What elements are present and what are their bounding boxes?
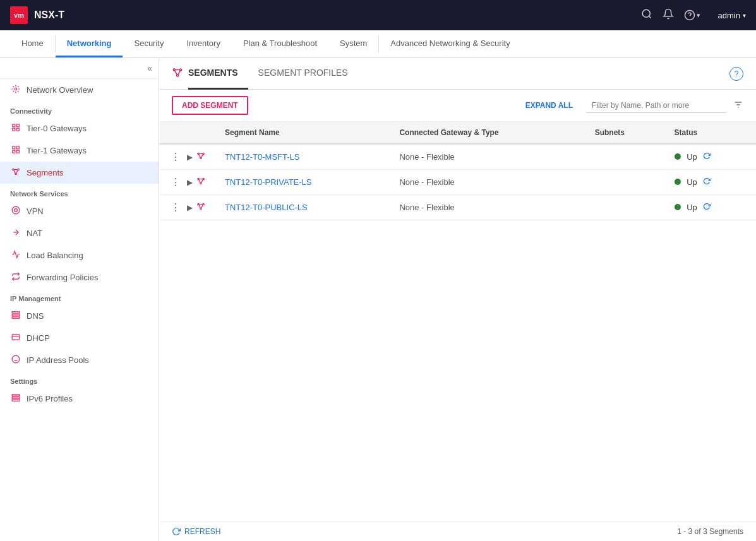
sidebar-item-ipv6-profiles[interactable]: IPv6 Profiles bbox=[0, 388, 159, 410]
tab-segments[interactable]: SEGMENTS bbox=[188, 58, 248, 90]
network-overview-icon bbox=[10, 85, 21, 95]
row-status-1: Up bbox=[666, 170, 756, 195]
sidebar: « Network Overview Connectivity Tier-0 G… bbox=[0, 58, 159, 541]
sidebar-item-network-overview[interactable]: Network Overview bbox=[0, 79, 159, 101]
row-status-0: Up bbox=[666, 144, 756, 170]
segment-link-1[interactable]: TNT12-T0-PRIVATE-LS bbox=[225, 177, 311, 187]
expand-all-button[interactable]: EXPAND ALL bbox=[525, 101, 573, 110]
nav-tab-home[interactable]: Home bbox=[10, 30, 55, 57]
svg-line-37 bbox=[175, 70, 177, 74]
svg-rect-31 bbox=[12, 397, 20, 398]
filter-lines-icon[interactable] bbox=[733, 100, 743, 112]
sidebar-item-dns[interactable]: DNS bbox=[0, 305, 159, 327]
network-services-section-header: Network Services bbox=[0, 184, 159, 200]
svg-rect-22 bbox=[12, 312, 20, 313]
ip-address-pools-icon bbox=[10, 355, 21, 366]
svg-line-38 bbox=[178, 70, 181, 74]
pagination-info: 1 - 3 of 3 Segments bbox=[677, 527, 743, 536]
nav-tab-advanced[interactable]: Advanced Networking & Security bbox=[379, 30, 521, 57]
col-connected-gateway: Connected Gateway & Type bbox=[390, 122, 585, 144]
row-segment-name-0: TNT12-T0-MSFT-LS bbox=[216, 144, 390, 170]
tier1-icon bbox=[10, 145, 21, 156]
username: admin bbox=[718, 11, 740, 20]
refresh-row-icon-1[interactable] bbox=[703, 177, 711, 187]
user-menu[interactable]: admin ▾ bbox=[718, 11, 746, 20]
tab-segment-profiles[interactable]: SEGMENT PROFILES bbox=[258, 58, 358, 90]
svg-line-18 bbox=[16, 170, 18, 173]
row-actions-0: ⋮ ▶ bbox=[159, 144, 216, 170]
table-header-row: Segment Name Connected Gateway & Type Su… bbox=[159, 122, 756, 144]
filter-input[interactable] bbox=[587, 98, 726, 113]
nav-tab-plan-troubleshoot[interactable]: Plan & Troubleshoot bbox=[232, 30, 328, 57]
row-menu-dots-1[interactable]: ⋮ bbox=[168, 176, 183, 188]
dns-icon bbox=[10, 311, 21, 321]
sidebar-item-tier1-gateways[interactable]: Tier-1 Gateways bbox=[0, 140, 159, 162]
tier0-icon bbox=[10, 123, 21, 134]
row-connected-gateway-0: None - Flexible bbox=[390, 144, 585, 170]
help-circle-icon[interactable]: ? bbox=[729, 67, 743, 81]
row-expand-1[interactable]: ▶ bbox=[187, 178, 193, 187]
sidebar-item-nat[interactable]: NAT bbox=[0, 222, 159, 244]
sidebar-label-ip-address-pools: IP Address Pools bbox=[27, 355, 89, 365]
sidebar-item-ip-address-pools[interactable]: IP Address Pools bbox=[0, 349, 159, 371]
sidebar-label-segments: Segments bbox=[27, 168, 64, 177]
row-menu-dots-0[interactable]: ⋮ bbox=[168, 151, 183, 163]
table: Segment Name Connected Gateway & Type Su… bbox=[159, 122, 756, 220]
status-dot-0 bbox=[675, 153, 681, 160]
col-segment-name: Segment Name bbox=[216, 122, 390, 144]
nav-tab-system[interactable]: System bbox=[328, 30, 378, 57]
sidebar-item-dhcp[interactable]: DHCP bbox=[0, 327, 159, 349]
refresh-row-icon-2[interactable] bbox=[703, 203, 711, 212]
svg-point-0 bbox=[642, 9, 650, 17]
main-nav: Home Networking Security Inventory Plan … bbox=[0, 30, 756, 58]
segments-tab-icon bbox=[172, 67, 183, 81]
nat-icon bbox=[10, 228, 21, 239]
sidebar-label-dhcp: DHCP bbox=[27, 333, 50, 343]
segment-link-2[interactable]: TNT12-T0-PUBLIC-LS bbox=[225, 203, 308, 212]
svg-rect-8 bbox=[13, 128, 15, 131]
forwarding-policies-icon bbox=[10, 272, 21, 283]
table-row: ⋮ ▶ TNT12-T0-MSFT-LS None - Flexible Up bbox=[159, 144, 756, 170]
row-actions-2: ⋮ ▶ bbox=[159, 195, 216, 220]
sidebar-label-network-overview: Network Overview bbox=[27, 85, 93, 95]
toolbar: ADD SEGMENT EXPAND ALL bbox=[159, 90, 756, 122]
col-subnets: Subnets bbox=[586, 122, 666, 144]
row-status-2: Up bbox=[666, 195, 756, 220]
row-expand-0[interactable]: ▶ bbox=[187, 153, 193, 162]
sidebar-label-nat: NAT bbox=[27, 229, 42, 238]
row-actions-1: ⋮ ▶ bbox=[159, 170, 216, 195]
segments-table: Segment Name Connected Gateway & Type Su… bbox=[159, 122, 756, 521]
help-icon[interactable]: ? ▾ bbox=[684, 9, 700, 21]
col-status: Status bbox=[666, 122, 756, 144]
table-footer: REFRESH 1 - 3 of 3 Segments bbox=[159, 521, 756, 541]
svg-line-47 bbox=[201, 154, 203, 157]
collapse-icon[interactable]: « bbox=[147, 63, 152, 73]
status-dot-2 bbox=[675, 204, 681, 210]
ip-management-section-header: IP Management bbox=[0, 288, 159, 305]
add-segment-button[interactable]: ADD SEGMENT bbox=[172, 96, 248, 115]
sidebar-item-vpn[interactable]: VPN bbox=[0, 200, 159, 222]
svg-line-1 bbox=[649, 16, 651, 18]
nav-tab-networking[interactable]: Networking bbox=[56, 30, 123, 57]
sidebar-item-tier0-gateways[interactable]: Tier-0 Gateways bbox=[0, 117, 159, 140]
refresh-button[interactable]: REFRESH bbox=[172, 527, 220, 536]
svg-point-4 bbox=[15, 88, 17, 90]
row-expand-2[interactable]: ▶ bbox=[187, 203, 193, 212]
nav-tab-security[interactable]: Security bbox=[123, 30, 175, 57]
status-text-0: Up bbox=[687, 152, 697, 162]
refresh-row-icon-0[interactable] bbox=[703, 152, 711, 162]
sidebar-item-forwarding-policies[interactable]: Forwarding Policies bbox=[0, 266, 159, 288]
bell-icon[interactable] bbox=[663, 8, 674, 22]
segments-icon bbox=[10, 167, 21, 178]
sidebar-label-ipv6-profiles: IPv6 Profiles bbox=[27, 394, 73, 403]
sidebar-label-forwarding-policies: Forwarding Policies bbox=[27, 273, 98, 282]
refresh-label: REFRESH bbox=[184, 527, 220, 536]
sidebar-item-segments[interactable]: Segments bbox=[0, 162, 159, 184]
svg-rect-24 bbox=[12, 317, 20, 318]
segment-link-0[interactable]: TNT12-T0-MSFT-LS bbox=[225, 152, 299, 162]
nav-tab-inventory[interactable]: Inventory bbox=[175, 30, 231, 57]
search-icon[interactable] bbox=[641, 8, 652, 22]
sidebar-item-load-balancing[interactable]: Load Balancing bbox=[0, 244, 159, 266]
row-segment-icon-2 bbox=[196, 202, 205, 213]
row-menu-dots-2[interactable]: ⋮ bbox=[168, 201, 183, 213]
